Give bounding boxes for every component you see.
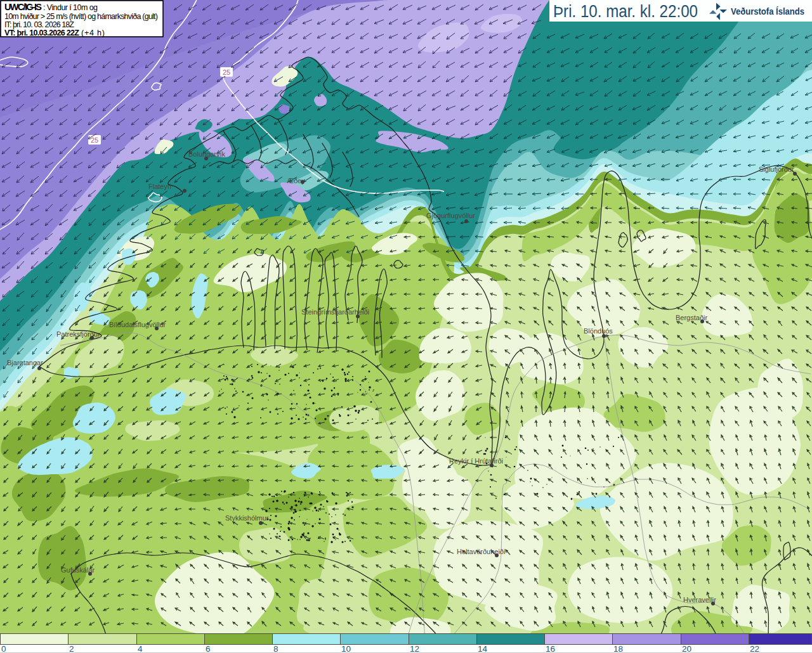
- svg-text:8: 8: [273, 644, 278, 653]
- svg-text:IT: þri. 10. 03. 2026 18Z: IT: þri. 10. 03. 2026 18Z: [4, 20, 74, 29]
- svg-text:25: 25: [91, 136, 98, 144]
- svg-text:Veðurstofa Íslands: Veðurstofa Íslands: [731, 6, 804, 16]
- svg-text:Bjargtangar: Bjargtangar: [7, 359, 43, 366]
- svg-text:Bolungarvík: Bolungarvík: [188, 150, 226, 158]
- svg-text:22: 22: [750, 644, 759, 653]
- svg-text:4: 4: [138, 644, 143, 653]
- svg-text:Steingrímsfjarðarheiði: Steingrímsfjarðarheiði: [301, 308, 369, 316]
- svg-text:Siglufjörður: Siglufjörður: [759, 165, 794, 173]
- svg-text:UWC/IG-IS: UWC/IG-IS: [4, 2, 42, 12]
- svg-text:Flateyri: Flateyri: [148, 183, 171, 190]
- svg-text:Gjögurflugvöllur: Gjögurflugvöllur: [426, 212, 475, 219]
- svg-text:6: 6: [206, 644, 211, 653]
- svg-text:Blönduós: Blönduós: [584, 327, 613, 335]
- svg-text:14: 14: [478, 644, 488, 653]
- svg-text:Þri. 10. mar. kl. 22:00: Þri. 10. mar. kl. 22:00: [553, 2, 698, 21]
- svg-text:18: 18: [613, 644, 623, 653]
- svg-text:2: 2: [69, 644, 74, 653]
- svg-text:0: 0: [1, 644, 6, 653]
- svg-text:12: 12: [410, 644, 419, 653]
- svg-text:Patreksfjörður: Patreksfjörður: [56, 330, 100, 338]
- svg-text:20: 20: [682, 644, 691, 653]
- svg-text:Stykkishólmur: Stykkishólmur: [225, 514, 269, 522]
- svg-text:16: 16: [546, 644, 555, 653]
- svg-text:10m hviður > 25 m/s (hvítt) og: 10m hviður > 25 m/s (hvítt) og hámarkshv…: [4, 12, 158, 21]
- svg-text:: Vindur í 10m og: : Vindur í 10m og: [43, 3, 98, 12]
- svg-text:Reykir í Hrútafirði: Reykir í Hrútafirði: [449, 457, 503, 465]
- svg-text:25: 25: [223, 68, 230, 76]
- svg-text:VT: þri. 10.03.2026 22Z: VT: þri. 10.03.2026 22Z: [4, 29, 79, 37]
- svg-text:10: 10: [341, 644, 351, 653]
- svg-text:Hveravellir: Hveravellir: [683, 596, 716, 604]
- svg-text:(+4 h): (+4 h): [81, 29, 105, 37]
